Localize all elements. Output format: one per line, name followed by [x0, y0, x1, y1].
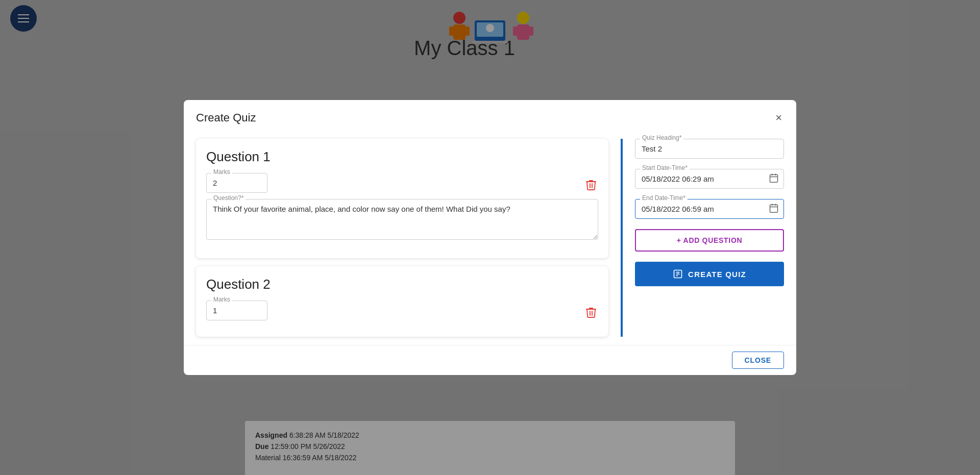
add-question-button[interactable]: + ADD QUESTION: [635, 229, 784, 252]
question-1-text-field: Question?* <span data-bind="modal.questi…: [206, 199, 598, 242]
question-card-2: Question 2 Marks: [196, 266, 608, 337]
close-button[interactable]: CLOSE: [732, 352, 784, 369]
settings-panel: Quiz Heading* Start Date-Time*: [623, 131, 796, 345]
question-card-1: Question 1 Marks: [196, 139, 608, 258]
end-datetime-input[interactable]: [635, 199, 784, 219]
create-quiz-button[interactable]: CREATE QUIZ: [635, 262, 784, 286]
start-datetime-field: Start Date-Time*: [635, 169, 784, 189]
question-2-marks-input[interactable]: [206, 301, 267, 320]
question-1-title: Question 1: [206, 149, 598, 165]
quiz-heading-field: Quiz Heading*: [635, 139, 784, 159]
start-datetime-label: Start Date-Time*: [640, 164, 690, 171]
question-2-marks-row: Marks: [206, 301, 598, 327]
start-datetime-input[interactable]: [635, 169, 784, 189]
modal-body: Question 1 Marks: [184, 131, 796, 345]
modal-overlay: Create Quiz × Question 1 Marks: [0, 0, 980, 475]
question-1-marks-input[interactable]: [206, 173, 267, 193]
quiz-icon: [673, 269, 683, 279]
create-quiz-label: CREATE QUIZ: [688, 270, 746, 279]
question-1-delete-button[interactable]: [584, 177, 598, 195]
question-2-title: Question 2: [206, 277, 598, 292]
modal-close-x-button[interactable]: ×: [773, 110, 784, 126]
question-1-marks-row: Marks: [206, 173, 598, 199]
modal-header: Create Quiz ×: [184, 100, 796, 131]
create-quiz-modal: Create Quiz × Question 1 Marks: [184, 100, 796, 375]
question-1-marks-field: Marks: [206, 173, 267, 193]
question-2-delete-button[interactable]: [584, 305, 598, 322]
add-question-label: + ADD QUESTION: [677, 236, 743, 244]
questions-panel: Question 1 Marks: [184, 131, 621, 345]
end-datetime-field: End Date-Time*: [635, 199, 784, 219]
question-2-marks-field: Marks: [206, 301, 267, 320]
end-datetime-label: End Date-Time*: [640, 194, 688, 202]
question-1-text-input[interactable]: <span data-bind="modal.questions.0.quest…: [206, 199, 598, 240]
quiz-heading-label: Quiz Heading*: [640, 134, 683, 141]
modal-title: Create Quiz: [196, 111, 256, 124]
modal-footer: CLOSE: [184, 345, 796, 375]
quiz-heading-input[interactable]: [635, 139, 784, 159]
